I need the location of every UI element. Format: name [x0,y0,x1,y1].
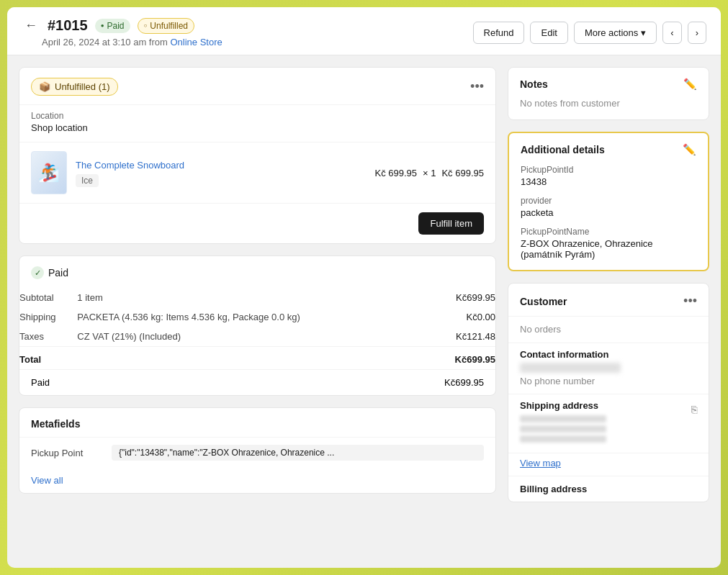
chevron-down-icon: ▾ [641,27,646,38]
product-name-link[interactable]: The Complete Snowboard [76,160,184,171]
header-title-row: ← #1015 Paid Unfulfilled [22,17,223,34]
view-all-link[interactable]: View all [19,468,495,493]
shipping-detail: PACKETA (4.536 kg: Items 4.536 kg, Packa… [77,307,431,327]
source-link[interactable]: Online Store [171,37,223,47]
copy-address-icon[interactable]: ⎘ [691,404,697,415]
shipping-row: Shipping PACKETA (4.536 kg: Items 4.536 … [19,307,495,327]
edit-button[interactable]: Edit [530,22,567,44]
billing-title: Billing address [520,484,697,494]
unfulfilled-card: 📦 Unfulfilled (1) ••• Location Shop loca… [19,67,496,244]
location-label: Location [31,111,484,121]
address-line-1-blurred [520,415,606,422]
email-blurred [520,363,621,373]
detail-value-provider: packeta [521,207,696,218]
paid-row: Paid Kč699.95 [19,369,495,395]
taxes-value: Kč121.48 [431,327,496,347]
snowboard-icon: 🏂 [38,163,60,183]
location-value: Shop location [31,122,484,133]
customer-more-button[interactable]: ••• [683,294,697,309]
product-unit-price: Kč 699.95 [374,168,417,178]
summary-table: Subtotal 1 item Kč699.95 Shipping PACKET… [19,288,495,369]
subtotal-row: Subtotal 1 item Kč699.95 [19,288,495,307]
page-header: ← #1015 Paid Unfulfilled April 26, 2024 … [7,7,721,55]
notes-title: Notes [520,78,548,90]
unfulfilled-section-badge: 📦 Unfulfilled (1) [31,78,118,96]
product-variant: Ice [76,174,99,187]
header-actions: Refund Edit More actions ▾ ‹ › [473,22,706,44]
detail-key-pickup-name: PickupPointName [521,227,696,237]
metafield-row: Pickup Point {"id":"13438","name":"Z-BOX… [19,437,495,468]
product-total: Kč 699.95 [441,168,484,178]
customer-title: Customer [520,296,567,307]
shipping-address-title: Shipping address [520,400,697,411]
additional-details-header: Additional details ✏️ [521,143,696,156]
more-actions-button[interactable]: More actions ▾ [574,22,657,44]
shipping-label: Shipping [19,307,77,327]
detail-value-pickup-name: Z-BOX Ohrazenice, Ohrazenice (památník P… [521,238,696,260]
paid-header: ✓ Paid [19,256,495,288]
fulfill-section: Fulfill item [19,203,495,243]
shipping-value: Kč0.00 [431,307,496,327]
location-section: Location Shop location [19,104,495,142]
metafields-title: Metafields [19,408,495,437]
unfulfilled-badge-label: Unfulfilled (1) [55,81,110,92]
notes-card: Notes ✏️ No notes from customer [508,67,709,120]
taxes-label: Taxes [19,327,77,347]
refund-button[interactable]: Refund [473,22,525,44]
detail-key-provider: provider [521,196,696,206]
detail-pickup-point-id: PickupPointId 13438 [521,165,696,187]
view-map-link[interactable]: View map [508,453,709,476]
customer-orders-section: No orders [508,316,709,343]
header-subtitle: April 26, 2024 at 3:10 am from Online St… [22,37,223,47]
back-button[interactable]: ← [22,18,40,33]
address-line-3-blurred [520,435,606,443]
detail-pickup-point-name: PickupPointName Z-BOX Ohrazenice, Ohraze… [521,227,696,260]
more-actions-label: More actions [585,27,638,38]
payment-card: ✓ Paid Subtotal 1 item Kč699.95 Shipping… [19,255,496,396]
header-left: ← #1015 Paid Unfulfilled April 26, 2024 … [22,17,223,47]
detail-value-pickup-id: 13438 [521,176,696,187]
subtotal-value: Kč699.95 [431,288,496,307]
main-content: 📦 Unfulfilled (1) ••• Location Shop loca… [7,55,721,514]
paid-label: Paid [48,267,68,279]
order-number: #1015 [48,17,88,34]
paid-badge: Paid [95,19,130,33]
additional-details-title: Additional details [521,144,605,155]
product-price-row: Kč 699.95 × 1 Kč 699.95 [374,168,484,178]
additional-details-card: Additional details ✏️ PickupPointId 1343… [508,132,709,271]
product-row: 🏂 The Complete Snowboard Ice Kč 699.95 ×… [19,142,495,203]
additional-details-edit-icon[interactable]: ✏️ [683,143,696,156]
next-order-button[interactable]: › [688,22,706,44]
notes-header: Notes ✏️ [520,78,697,91]
fulfill-item-button[interactable]: Fulfill item [418,212,484,235]
total-row: Total Kč699.95 [19,347,495,370]
detail-provider: provider packeta [521,196,696,218]
product-image: 🏂 [31,151,67,194]
metafield-key: Pickup Point [31,448,103,458]
paid-row-value: Kč699.95 [444,377,484,388]
total-value: Kč699.95 [431,347,496,370]
left-column: 📦 Unfulfilled (1) ••• Location Shop loca… [19,67,496,502]
right-column: Notes ✏️ No notes from customer Addition… [508,67,709,502]
no-orders-text: No orders [520,324,561,335]
unfulfilled-badge: Unfulfilled [138,18,195,34]
taxes-row: Taxes CZ VAT (21%) (Included) Kč121.48 [19,327,495,347]
address-line-2-blurred [520,425,606,433]
subtitle-prefix: April 26, 2024 at 3:10 am from [42,37,168,47]
notes-text: No notes from customer [520,98,620,109]
contact-title: Contact information [520,349,697,360]
package-icon: 📦 [39,81,50,92]
prev-order-button[interactable]: ‹ [662,22,681,44]
shipping-address-section: Shipping address ⎘ [508,394,709,453]
metafield-value: {"id":"13438","name":"Z-BOX Ohrazenice, … [112,445,484,461]
subtotal-qty: 1 item [77,288,431,307]
billing-section: Billing address [508,476,709,502]
edit-icon[interactable]: ✏️ [683,78,697,91]
total-label: Total [19,347,77,370]
contact-info-section: Contact information No phone number [508,343,709,394]
subtotal-label: Subtotal [19,288,77,307]
taxes-detail: CZ VAT (21%) (Included) [77,327,431,347]
product-qty: × 1 [423,168,436,178]
product-info: The Complete Snowboard Ice [76,158,366,187]
unfulfilled-more-button[interactable]: ••• [470,79,484,94]
